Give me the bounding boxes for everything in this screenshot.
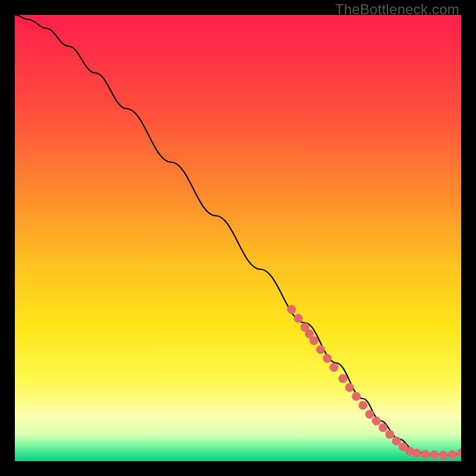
highlight-dot xyxy=(378,423,387,432)
highlight-dot xyxy=(316,345,325,354)
highlight-dot xyxy=(287,305,296,314)
highlight-dot xyxy=(439,451,448,460)
highlight-dot xyxy=(386,430,394,439)
highlight-dot xyxy=(365,410,374,419)
highlight-dot xyxy=(345,383,354,392)
chart-plot xyxy=(15,15,461,461)
highlight-dot xyxy=(339,374,347,383)
highlight-dot xyxy=(309,336,318,345)
watermark-text: TheBottleneck.com xyxy=(335,1,459,18)
highlight-dot xyxy=(330,363,339,372)
highlight-dot xyxy=(372,416,381,425)
highlight-dot xyxy=(412,449,421,458)
highlight-dot xyxy=(352,392,361,401)
highlight-dot xyxy=(457,449,462,458)
highlight-dot xyxy=(421,450,430,459)
highlight-dot xyxy=(448,450,457,459)
highlight-dot xyxy=(294,314,303,323)
highlight-dot xyxy=(323,354,332,363)
chart-frame xyxy=(15,15,461,461)
curve-line xyxy=(15,15,461,455)
highlight-dot xyxy=(430,450,439,459)
highlight-dot xyxy=(359,401,368,410)
